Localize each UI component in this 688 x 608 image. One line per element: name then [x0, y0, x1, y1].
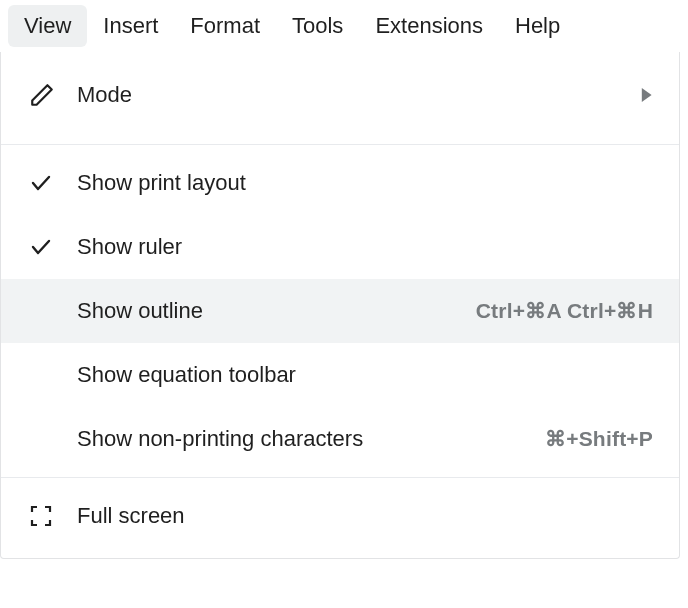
- menu-help[interactable]: Help: [499, 5, 576, 47]
- menu-view[interactable]: View: [8, 5, 87, 47]
- menubar: View Insert Format Tools Extensions Help: [0, 0, 688, 52]
- menu-extensions[interactable]: Extensions: [359, 5, 499, 47]
- menu-item-label: Show outline: [77, 298, 476, 324]
- menu-tools[interactable]: Tools: [276, 5, 359, 47]
- menu-item-label: Show non-printing characters: [77, 426, 545, 452]
- menu-item-label: Full screen: [77, 503, 653, 529]
- check-icon: [29, 171, 77, 195]
- menu-item-show-ruler[interactable]: Show ruler: [1, 215, 679, 279]
- menu-item-label: Mode: [77, 82, 639, 108]
- divider: [1, 477, 679, 478]
- menu-item-label: Show equation toolbar: [77, 362, 653, 388]
- menu-format[interactable]: Format: [174, 5, 276, 47]
- menu-item-label: Show print layout: [77, 170, 653, 196]
- menu-item-mode[interactable]: Mode: [1, 52, 679, 138]
- shortcut-label: Ctrl+⌘A Ctrl+⌘H: [476, 299, 653, 323]
- menu-item-label: Show ruler: [77, 234, 653, 260]
- check-icon: [29, 235, 77, 259]
- menu-insert[interactable]: Insert: [87, 5, 174, 47]
- shortcut-label: ⌘+Shift+P: [545, 427, 653, 451]
- menu-item-full-screen[interactable]: Full screen: [1, 484, 679, 548]
- fullscreen-icon: [29, 504, 77, 528]
- menu-item-show-non-printing[interactable]: Show non-printing characters ⌘+Shift+P: [1, 407, 679, 471]
- menu-item-show-outline[interactable]: Show outline Ctrl+⌘A Ctrl+⌘H: [1, 279, 679, 343]
- divider: [1, 144, 679, 145]
- view-dropdown: Mode Show print layout Show ruler Show o…: [0, 52, 680, 559]
- menu-item-show-print-layout[interactable]: Show print layout: [1, 151, 679, 215]
- chevron-right-icon: [639, 88, 653, 102]
- pencil-icon: [29, 82, 77, 108]
- menu-item-show-equation-toolbar[interactable]: Show equation toolbar: [1, 343, 679, 407]
